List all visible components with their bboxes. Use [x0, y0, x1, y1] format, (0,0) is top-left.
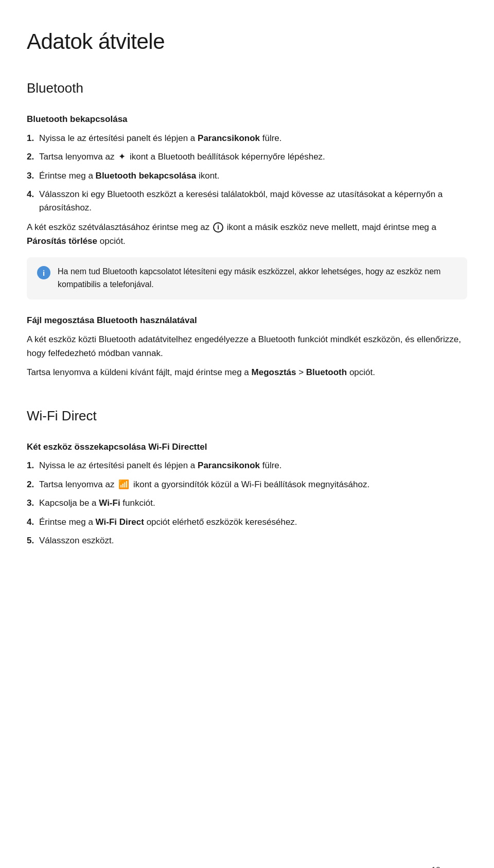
step-text-3: Érintse meg a Bluetooth bekapcsolása iko… — [39, 169, 467, 183]
step-text-1: Nyissa le az értesítési panelt és lépjen… — [39, 132, 467, 145]
file-sharing-title: Fájl megosztása Bluetooth használatával — [27, 314, 467, 327]
wifi-direct-subsection-title: Két eszköz összekapcsolása Wi-Fi Directt… — [27, 440, 467, 454]
wifi-step-text-1: Nyissa le az értesítési panelt és lépjen… — [39, 459, 467, 472]
wifi-step-text-4: Érintse meg a Wi-Fi Direct opciót elérhe… — [39, 516, 467, 529]
step-number-2: 2. — [27, 150, 39, 164]
wifi-step-number-1: 1. — [27, 459, 39, 472]
page-number: 18 — [431, 864, 440, 868]
wifi-step-1: 1. Nyissa le az értesítési panelt és lép… — [27, 459, 467, 472]
wifi-direct-section-title: Wi-Fi Direct — [27, 405, 467, 426]
wifi-icon: 📶 — [118, 478, 129, 491]
bluetooth-section-title: Bluetooth — [27, 78, 467, 98]
wifi-step-text-3: Kapcsolja be a Wi-Fi funkciót. — [39, 497, 467, 510]
wifi-step-number-4: 4. — [27, 516, 39, 529]
wifi-step-text-5: Válasszon eszközt. — [39, 534, 467, 547]
info-box-text: Ha nem tud Bluetooth kapcsolatot létesít… — [58, 265, 457, 291]
wifi-step-number-2: 2. — [27, 478, 39, 491]
page-wrapper: Adatok átvitele Bluetooth Bluetooth beka… — [27, 25, 467, 868]
step-text-4: Válasszon ki egy Bluetooth eszközt a ker… — [39, 188, 467, 215]
bluetooth-step-1: 1. Nyissa le az értesítési panelt és lép… — [27, 132, 467, 145]
unpairing-note: A két eszköz szétválasztásához érintse m… — [27, 220, 467, 248]
step-number-1: 1. — [27, 132, 39, 145]
wifi-direct-section: Wi-Fi Direct Két eszköz összekapcsolása … — [27, 405, 467, 548]
bluetooth-subsection-title: Bluetooth bekapcsolása — [27, 113, 467, 126]
wifi-step-4: 4. Érintse meg a Wi-Fi Direct opciót elé… — [27, 516, 467, 529]
wifi-step-text-2: Tartsa lenyomva az 📶 ikont a gyorsindító… — [39, 478, 467, 492]
info-box-icon: i — [37, 266, 50, 279]
wifi-step-2: 2. Tartsa lenyomva az 📶 ikont a gyorsind… — [27, 478, 467, 492]
step-number-3: 3. — [27, 169, 39, 183]
wifi-step-3: 3. Kapcsolja be a Wi-Fi funkciót. — [27, 497, 467, 510]
wifi-step-number-3: 3. — [27, 497, 39, 510]
send-instructions: Tartsa lenyomva a küldeni kívánt fájlt, … — [27, 365, 467, 379]
wifi-step-number-5: 5. — [27, 534, 39, 547]
page-title: Adatok átvitele — [27, 25, 467, 58]
bluetooth-icon: ✦ — [118, 150, 126, 164]
bluetooth-section: Bluetooth Bluetooth bekapcsolása 1. Nyis… — [27, 78, 467, 380]
file-sharing-text: A két eszköz közti Bluetooth adatátvitel… — [27, 332, 467, 360]
wifi-step-5: 5. Válasszon eszközt. — [27, 534, 467, 547]
bluetooth-step-3: 3. Érintse meg a Bluetooth bekapcsolása … — [27, 169, 467, 183]
step-text-2: Tartsa lenyomva az ✦ ikont a Bluetooth b… — [39, 150, 467, 164]
bluetooth-step-4: 4. Válasszon ki egy Bluetooth eszközt a … — [27, 188, 467, 215]
info-circle-icon: i — [213, 222, 223, 233]
info-box: i Ha nem tud Bluetooth kapcsolatot létes… — [27, 257, 467, 299]
bluetooth-step-2: 2. Tartsa lenyomva az ✦ ikont a Bluetoot… — [27, 150, 467, 164]
step-number-4: 4. — [27, 188, 39, 201]
